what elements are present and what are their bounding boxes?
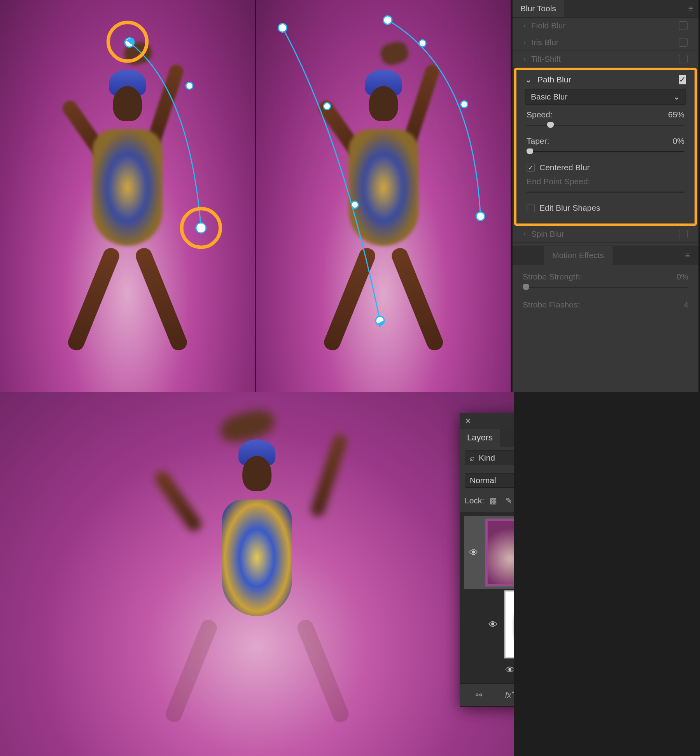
endpoint-speed-slider [527, 188, 684, 196]
panel-menu-icon[interactable]: ≡ [683, 0, 698, 17]
svg-point-13 [461, 101, 468, 108]
svg-point-6 [278, 24, 287, 32]
taper-slider[interactable] [527, 147, 684, 156]
centered-blur-checkbox[interactable]: ✓ [527, 164, 535, 172]
visibility-icon[interactable]: 👁 [468, 547, 480, 558]
centered-blur-label: Centered Blur [539, 163, 590, 172]
strobe-flashes-label: Strobe Flashes: [523, 300, 580, 309]
strobe-strength-slider [523, 283, 688, 292]
path-blur-checkbox[interactable]: ✓ [679, 75, 686, 84]
section-spin-blur[interactable]: ›Spin Blur [513, 226, 698, 243]
speed-value[interactable]: 65% [668, 110, 684, 119]
visibility-icon[interactable]: 👁 [487, 619, 499, 630]
svg-point-11 [383, 16, 392, 24]
blend-mode-dropdown[interactable]: Normal⌄ [465, 473, 514, 488]
endpoint-speed-label: End Point Speed: [527, 177, 590, 186]
strobe-flashes-value: 4 [684, 300, 688, 309]
tab-motion-effects[interactable]: Motion Effects [544, 246, 612, 265]
layer-thumbnail[interactable] [485, 519, 514, 587]
strobe-strength-label: Strobe Strength: [523, 272, 582, 281]
layer-filter-dropdown[interactable]: ⌕Kind⌄ [465, 450, 514, 465]
blur-mode-dropdown[interactable]: Basic Blur⌄ [525, 89, 686, 105]
section-tilt-shift[interactable]: ›Tilt-Shift [513, 51, 698, 68]
lock-transparent-icon[interactable]: ▩ [486, 494, 500, 507]
link-layers-icon[interactable]: ⚯ [472, 688, 485, 702]
canvas-result[interactable]: ✕ « Layers ≡ ⌕Kind⌄ ▦ ◐ T ▭ 🗋 ◉ Nor [0, 392, 514, 756]
blur-tools-panel: Blur Tools ≡ ›Field Blur ›Iris Blur ›Til… [512, 0, 698, 392]
edit-blur-shapes-label: Edit Blur Shapes [539, 203, 600, 213]
taper-label: Taper: [527, 136, 549, 146]
canvas-preview-2[interactable] [256, 0, 512, 392]
filter-mask-thumbnail[interactable] [504, 590, 514, 658]
dark-background [514, 392, 700, 756]
section-iris-blur[interactable]: ›Iris Blur [513, 34, 698, 51]
svg-point-3 [196, 223, 206, 233]
search-icon: ⌕ [470, 453, 475, 463]
tab-blur-tools[interactable]: Blur Tools [513, 0, 564, 17]
layers-panel: ✕ « Layers ≡ ⌕Kind⌄ ▦ ◐ T ▭ 🗋 ◉ Nor [460, 413, 514, 707]
path-blur-highlight: ⌄ Path Blur ✓ Basic Blur⌄ Speed:65% Tape… [514, 68, 697, 226]
taper-value[interactable]: 0% [673, 136, 684, 146]
svg-point-14 [476, 212, 485, 221]
chevron-down-icon: ⌄ [673, 92, 680, 101]
path-blur-label: Path Blur [537, 75, 571, 84]
close-icon[interactable]: ✕ [465, 416, 471, 426]
tab-layers[interactable]: Layers [460, 429, 500, 447]
lock-brush-icon[interactable]: ✎ [502, 494, 514, 507]
section-path-blur[interactable]: ⌄ Path Blur ✓ [516, 72, 695, 86]
edit-blur-shapes-checkbox[interactable] [527, 204, 535, 212]
chevron-down-icon: ⌄ [525, 75, 532, 84]
strobe-strength-value: 0% [677, 272, 688, 281]
speed-slider[interactable] [527, 121, 684, 129]
panel-menu-icon[interactable]: ≡ [677, 246, 698, 265]
visibility-icon[interactable]: 👁 [504, 665, 514, 676]
layer-fx-icon[interactable]: fx˅ [503, 688, 514, 702]
section-field-blur[interactable]: ›Field Blur [513, 17, 698, 34]
speed-label: Speed: [527, 110, 553, 119]
lock-label: Lock: [465, 496, 484, 505]
canvas-preview-1[interactable] [0, 0, 256, 392]
